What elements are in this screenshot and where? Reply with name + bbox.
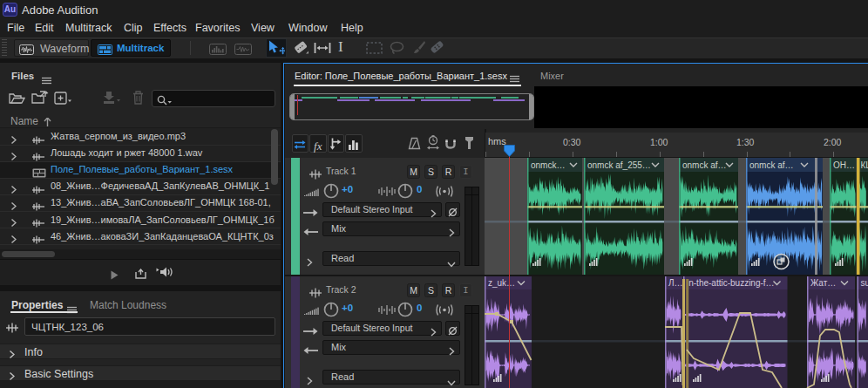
svg-text:onmck…: onmck… [531, 160, 565, 170]
svg-text:Л…: Л… [668, 278, 683, 288]
svg-text:КЦ…: КЦ… [861, 160, 868, 170]
svg-text:onmck af…: onmck af… [682, 160, 727, 170]
svg-text:z_uk…: z_uk… [488, 278, 515, 288]
svg-text:ОН…: ОН… [833, 160, 855, 170]
svg-text:Жат…: Жат… [810, 278, 836, 288]
svg-text:sur…: sur… [861, 278, 868, 288]
svg-text:onmck af…: onmck af… [749, 160, 794, 170]
svg-text:onmck af_255…: onmck af_255… [587, 160, 651, 170]
svg-text:in-the-attic-buzzing-f…: in-the-attic-buzzing-f… [687, 278, 775, 288]
